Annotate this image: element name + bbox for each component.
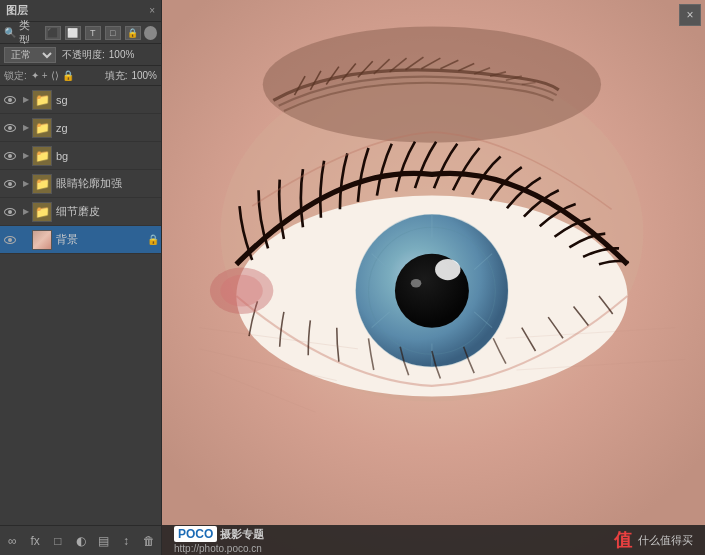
watermark-left: POCO 摄影专题 http://photo.poco.cn: [174, 526, 264, 554]
lock-all-icon[interactable]: 🔒: [62, 70, 74, 81]
layer-thumb-sg: 📁: [32, 90, 52, 110]
layer-thumb-bg: 📁: [32, 146, 52, 166]
layer-item[interactable]: ▶ 📁 细节磨皮: [0, 198, 161, 226]
filter-shape-icon[interactable]: □: [105, 26, 121, 40]
poco-text: POCO: [174, 526, 217, 542]
layer-thumb-detail: 📁: [32, 202, 52, 222]
eye-icon-zg: [4, 124, 16, 132]
svg-point-29: [435, 259, 460, 280]
layer-name-detail: 细节磨皮: [56, 204, 159, 219]
layer-expand-detail[interactable]: ▶: [20, 206, 32, 218]
layer-visibility-sg[interactable]: [2, 92, 18, 108]
filter-icons-group: ⬛ ⬜ T □ 🔒: [45, 26, 141, 40]
lock-label: 锁定:: [4, 69, 27, 83]
layer-name-zg: zg: [56, 122, 159, 134]
layer-name-eye-contour: 眼睛轮廓加强: [56, 176, 159, 191]
layer-item-background[interactable]: ▶ 背景 🔒: [0, 226, 161, 254]
layer-visibility-eye-contour[interactable]: [2, 176, 18, 192]
opacity-label: 不透明度:: [62, 48, 105, 62]
layer-expand-bg[interactable]: ▶: [20, 150, 32, 162]
link-layers-button[interactable]: ∞: [4, 532, 21, 550]
panel-close-button[interactable]: ×: [149, 5, 155, 16]
panel-title: 图层: [6, 3, 28, 18]
eye-icon-background: [4, 236, 16, 244]
fill-label: 填充:: [105, 69, 128, 83]
layer-item[interactable]: ▶ 📁 sg: [0, 86, 161, 114]
layer-expand-background[interactable]: ▶: [20, 234, 32, 246]
layers-panel: 图层 × 🔍 类型 ⬛ ⬜ T □ 🔒 正常 不透明度: 100%: [0, 0, 162, 555]
layers-toolbar: ∞ fx □ ◐ ▤ ↕ 🗑: [0, 525, 161, 555]
zhi-logo: 值: [614, 528, 632, 552]
layer-visibility-zg[interactable]: [2, 120, 18, 136]
layer-expand-sg[interactable]: ▶: [20, 94, 32, 106]
layer-visibility-bg[interactable]: [2, 148, 18, 164]
app-container: 图层 × 🔍 类型 ⬛ ⬜ T □ 🔒 正常 不透明度: 100%: [0, 0, 705, 555]
layer-thumb-eye-contour: 📁: [32, 174, 52, 194]
layer-visibility-detail[interactable]: [2, 204, 18, 220]
new-group-button[interactable]: ▤: [95, 532, 112, 550]
layer-effects-button[interactable]: fx: [27, 532, 44, 550]
filter-text-icon[interactable]: T: [85, 26, 101, 40]
layer-item[interactable]: ▶ 📁 bg: [0, 142, 161, 170]
delete-layer-button[interactable]: 🗑: [140, 532, 157, 550]
adjustment-layer-button[interactable]: ◐: [72, 532, 89, 550]
lock-position-icon[interactable]: +: [42, 70, 48, 81]
lock-pixels-icon[interactable]: ✦: [31, 70, 39, 81]
lock-artboard-icon[interactable]: ⟨⟩: [51, 70, 59, 81]
poco-url: http://photo.poco.cn: [174, 543, 264, 554]
filter-funnel-icon: 🔍: [4, 27, 16, 38]
eye-icon-bg: [4, 152, 16, 160]
layer-name-bg: bg: [56, 150, 159, 162]
layer-expand-eye-contour[interactable]: ▶: [20, 178, 32, 190]
svg-point-32: [220, 275, 262, 307]
canvas-area: × POCO 摄影专题 http://photo.poco.cn 值 什么值得买: [162, 0, 705, 555]
filter-pixel-icon[interactable]: ⬛: [45, 26, 61, 40]
layer-thumb-background: [32, 230, 52, 250]
layer-expand-zg[interactable]: ▶: [20, 122, 32, 134]
layers-list: ▶ 📁 sg ▶ 📁 zg ▶ 📁 bg: [0, 86, 161, 525]
filter-smart-icon[interactable]: 🔒: [125, 26, 141, 40]
poco-branding: POCO 摄影专题 http://photo.poco.cn: [174, 526, 264, 554]
new-layer-button[interactable]: ↕: [118, 532, 135, 550]
filter-label: 类型: [19, 18, 40, 48]
smzdm-text: 什么值得买: [638, 533, 693, 548]
watermark-right: 值 什么值得买: [614, 528, 693, 552]
canvas-close-button[interactable]: ×: [679, 4, 701, 26]
layer-lock-icon: 🔒: [147, 234, 159, 246]
lock-icons-group: ✦ + ⟨⟩ 🔒: [31, 70, 74, 81]
eye-icon-detail: [4, 208, 16, 216]
layer-visibility-background[interactable]: [2, 232, 18, 248]
canvas-close-icon: ×: [686, 8, 693, 22]
layer-item[interactable]: ▶ 📁 zg: [0, 114, 161, 142]
eye-icon-eye-contour: [4, 180, 16, 188]
layer-name-background: 背景: [56, 232, 145, 247]
add-mask-button[interactable]: □: [49, 532, 66, 550]
layer-thumb-zg: 📁: [32, 118, 52, 138]
filter-adjustment-icon[interactable]: ⬜: [65, 26, 81, 40]
photo-text: 摄影专题: [220, 527, 264, 542]
mode-row: 正常 不透明度: 100%: [0, 44, 161, 66]
layer-name-sg: sg: [56, 94, 159, 106]
blend-mode-select[interactable]: 正常: [4, 47, 56, 63]
fill-value[interactable]: 100%: [131, 70, 157, 81]
lock-row: 锁定: ✦ + ⟨⟩ 🔒 填充: 100%: [0, 66, 161, 86]
watermark-bar: POCO 摄影专题 http://photo.poco.cn 值 什么值得买: [162, 525, 705, 555]
filter-row: 🔍 类型 ⬛ ⬜ T □ 🔒: [0, 22, 161, 44]
opacity-value[interactable]: 100%: [109, 49, 135, 60]
eye-canvas: [162, 0, 705, 555]
eye-icon-sg: [4, 96, 16, 104]
poco-logo: POCO 摄影专题: [174, 526, 264, 542]
svg-point-30: [411, 279, 422, 287]
layer-item[interactable]: ▶ 📁 眼睛轮廓加强: [0, 170, 161, 198]
filter-toggle[interactable]: [144, 26, 157, 40]
